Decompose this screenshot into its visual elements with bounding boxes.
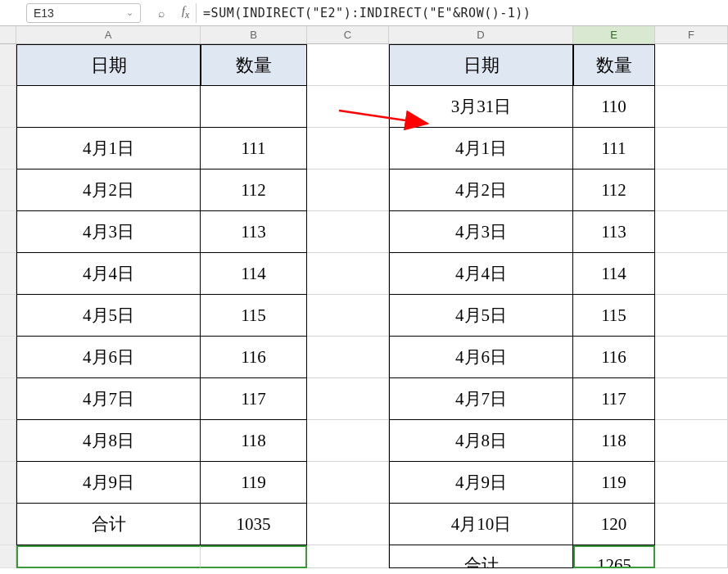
row-gutter[interactable]	[0, 169, 16, 211]
select-all-corner[interactable]	[0, 26, 16, 43]
cell-date-left[interactable]: 4月5日	[16, 295, 201, 337]
row-gutter[interactable]	[0, 128, 16, 169]
cell-date-right[interactable]: 4月6日	[389, 337, 573, 378]
cell-qty-left[interactable]: 112	[201, 169, 307, 211]
row-gutter[interactable]	[0, 504, 16, 545]
cell-date-left[interactable]: 4月1日	[16, 128, 201, 169]
cell-date-right[interactable]: 4月9日	[389, 462, 573, 504]
cell-date-right[interactable]: 4月8日	[389, 420, 573, 462]
cell-empty[interactable]	[655, 86, 728, 128]
row-gutter[interactable]	[0, 545, 16, 568]
cell-empty[interactable]	[307, 211, 389, 253]
cell-date-left[interactable]: 4月2日	[16, 169, 201, 211]
row-gutter[interactable]	[0, 462, 16, 504]
cell-empty[interactable]	[307, 545, 389, 568]
cell-below-total-left-b[interactable]	[201, 545, 307, 568]
row-gutter[interactable]	[0, 420, 16, 462]
col-header-F[interactable]: F	[655, 26, 728, 43]
cell-empty[interactable]	[655, 337, 728, 378]
cell-qty-left[interactable]: 117	[201, 378, 307, 420]
col-header-C[interactable]: C	[307, 26, 389, 43]
col-header-B[interactable]: B	[201, 26, 307, 43]
cell-empty[interactable]	[307, 295, 389, 337]
cell-below-total-left[interactable]	[16, 545, 201, 568]
cell-date-right[interactable]: 4月7日	[389, 378, 573, 420]
col-header-E[interactable]: E	[573, 26, 655, 43]
cell-qty-right[interactable]: 113	[573, 211, 655, 253]
cell-empty[interactable]	[307, 128, 389, 169]
cell-qty-left[interactable]: 118	[201, 420, 307, 462]
cell-date-left[interactable]: 4月9日	[16, 462, 201, 504]
cell-empty[interactable]	[655, 295, 728, 337]
cell-empty[interactable]	[655, 211, 728, 253]
col-header-D[interactable]: D	[389, 26, 573, 43]
cell-qty-left[interactable]: 114	[201, 253, 307, 295]
cell-qty-right[interactable]: 120	[573, 504, 655, 545]
cell-qty-right[interactable]: 111	[573, 128, 655, 169]
cell-date-left[interactable]: 4月6日	[16, 337, 201, 378]
header-cell-qty-left[interactable]: 数量	[201, 44, 307, 86]
col-header-A[interactable]: A	[16, 26, 201, 43]
cell-qty-left[interactable]: 116	[201, 337, 307, 378]
cell-empty[interactable]	[655, 462, 728, 504]
row-gutter[interactable]	[0, 378, 16, 420]
row-gutter[interactable]	[0, 337, 16, 378]
cell-total-qty-right[interactable]: 1265	[573, 545, 655, 568]
cell-date-right[interactable]: 4月2日	[389, 169, 573, 211]
cell-date-left[interactable]: 合计	[16, 504, 201, 545]
cell-empty[interactable]	[655, 44, 728, 86]
cell-empty[interactable]	[307, 169, 389, 211]
cell-empty[interactable]	[307, 504, 389, 545]
zoom-out-icon[interactable]: ⌕	[158, 7, 165, 20]
cell-empty[interactable]	[655, 128, 728, 169]
row-gutter[interactable]	[0, 44, 16, 86]
cell-total-date-right[interactable]: 合计	[389, 545, 573, 568]
name-box[interactable]: E13 ⌄	[26, 3, 141, 23]
fx-icon[interactable]: fx	[182, 5, 189, 20]
cell-date-right[interactable]: 4月1日	[389, 128, 573, 169]
cell-date-right[interactable]: 4月4日	[389, 253, 573, 295]
row-gutter[interactable]	[0, 295, 16, 337]
cell-date-right[interactable]: 4月10日	[389, 504, 573, 545]
cell-empty[interactable]	[655, 378, 728, 420]
cell-empty[interactable]	[655, 169, 728, 211]
chevron-down-icon[interactable]: ⌄	[126, 7, 133, 18]
cell-empty[interactable]	[307, 86, 389, 128]
cell-qty-right[interactable]: 114	[573, 253, 655, 295]
cell-qty-left[interactable]: 111	[201, 128, 307, 169]
cell-qty-right[interactable]: 119	[573, 462, 655, 504]
cell-qty-left[interactable]: 119	[201, 462, 307, 504]
cell-empty[interactable]	[655, 504, 728, 545]
cell-qty-right[interactable]: 115	[573, 295, 655, 337]
cell-date-left[interactable]: 4月7日	[16, 378, 201, 420]
cell-empty[interactable]	[307, 253, 389, 295]
cell-date-right[interactable]: 4月3日	[389, 211, 573, 253]
row-gutter[interactable]	[0, 253, 16, 295]
cell-date-right[interactable]: 4月5日	[389, 295, 573, 337]
cell-date-left[interactable]: 4月3日	[16, 211, 201, 253]
row-gutter[interactable]	[0, 211, 16, 253]
header-cell-date-left[interactable]: 日期	[16, 44, 201, 86]
spreadsheet-grid[interactable]: 日期数量日期数量3月31日1104月1日1114月1日1114月2日1124月2…	[0, 44, 728, 574]
cell-empty[interactable]	[307, 337, 389, 378]
cell-empty[interactable]	[307, 462, 389, 504]
cell-qty-right[interactable]: 110	[573, 86, 655, 128]
header-cell-date-right[interactable]: 日期	[389, 44, 573, 86]
cell-empty[interactable]	[655, 420, 728, 462]
cell-qty-right[interactable]: 116	[573, 337, 655, 378]
cell-qty-left[interactable]: 1035	[201, 504, 307, 545]
cell-qty-left[interactable]	[201, 86, 307, 128]
cell-qty-right[interactable]: 112	[573, 169, 655, 211]
cell-date-right[interactable]: 3月31日	[389, 86, 573, 128]
formula-input[interactable]	[196, 3, 728, 23]
cell-empty[interactable]	[655, 545, 728, 568]
cell-qty-left[interactable]: 115	[201, 295, 307, 337]
row-gutter[interactable]	[0, 86, 16, 128]
cell-empty[interactable]	[307, 44, 389, 86]
header-cell-qty-right[interactable]: 数量	[573, 44, 655, 86]
cell-date-left[interactable]	[16, 86, 201, 128]
cell-qty-left[interactable]: 113	[201, 211, 307, 253]
cell-empty[interactable]	[307, 378, 389, 420]
cell-empty[interactable]	[307, 420, 389, 462]
cell-date-left[interactable]: 4月4日	[16, 253, 201, 295]
